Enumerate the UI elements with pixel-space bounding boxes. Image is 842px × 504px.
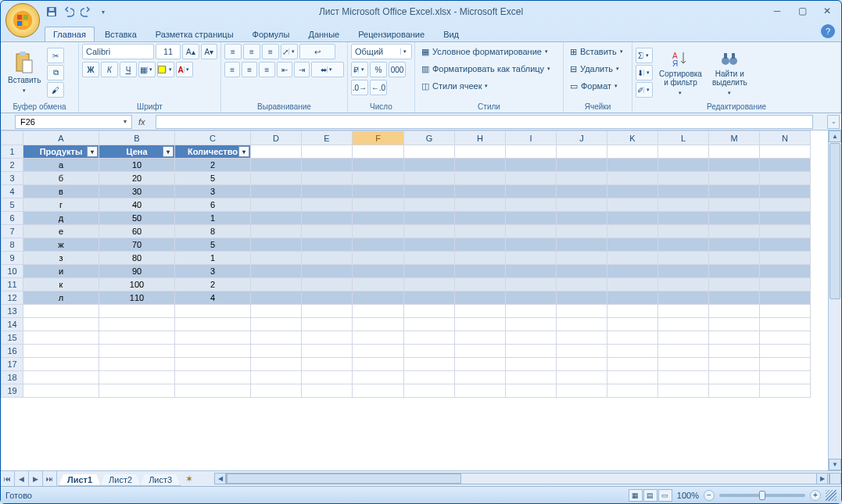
cell-B19[interactable] bbox=[99, 384, 175, 398]
fx-icon[interactable]: fx bbox=[138, 117, 152, 127]
cell-H7[interactable] bbox=[455, 225, 506, 238]
row-header-16[interactable]: 16 bbox=[2, 345, 23, 358]
row-header-14[interactable]: 14 bbox=[2, 318, 23, 331]
cell-C13[interactable] bbox=[175, 305, 251, 318]
col-header-J[interactable]: J bbox=[557, 131, 607, 145]
sort-filter-button[interactable]: АЯ Сортировка и фильтр▾ bbox=[655, 47, 706, 99]
cell-F3[interactable] bbox=[353, 172, 404, 185]
cell-F18[interactable] bbox=[353, 371, 404, 384]
cell-F13[interactable] bbox=[353, 305, 404, 318]
cell-I11[interactable] bbox=[506, 278, 557, 291]
col-header-E[interactable]: E bbox=[302, 131, 353, 145]
border-button[interactable]: ▦▾ bbox=[138, 62, 156, 77]
cell-F2[interactable] bbox=[353, 159, 404, 172]
cell-C5[interactable]: 6 bbox=[175, 198, 251, 212]
format-as-table-button[interactable]: ▥Форматировать как таблицу▾ bbox=[418, 61, 560, 77]
filter-dropdown-icon[interactable]: ▾ bbox=[163, 146, 174, 157]
cell-C19[interactable] bbox=[175, 384, 251, 398]
cell-N3[interactable] bbox=[760, 172, 811, 185]
cell-J10[interactable] bbox=[557, 265, 607, 278]
cell-K2[interactable] bbox=[607, 159, 658, 172]
cell-D16[interactable] bbox=[251, 345, 302, 358]
cell-A12[interactable]: л bbox=[23, 291, 99, 305]
select-all-corner[interactable] bbox=[2, 131, 23, 145]
cell-C12[interactable]: 4 bbox=[175, 291, 251, 305]
cell-A17[interactable] bbox=[23, 358, 99, 371]
cell-C3[interactable]: 5 bbox=[175, 172, 251, 185]
col-header-F[interactable]: F bbox=[353, 131, 404, 145]
cell-M3[interactable] bbox=[709, 172, 760, 185]
cell-H9[interactable] bbox=[455, 252, 506, 265]
cell-F6[interactable] bbox=[353, 212, 404, 225]
fill-color-button[interactable]: ▾ bbox=[157, 62, 174, 77]
autosum-button[interactable]: Σ▾ bbox=[636, 48, 653, 63]
col-header-C[interactable]: C bbox=[175, 131, 251, 145]
cell-A9[interactable]: з bbox=[23, 252, 99, 265]
paste-button[interactable]: Вставить ▾ bbox=[4, 48, 45, 97]
cell-N13[interactable] bbox=[760, 305, 811, 318]
align-left-button[interactable]: ≡ bbox=[224, 62, 240, 77]
hsplit-handle[interactable] bbox=[829, 473, 841, 484]
align-right-button[interactable]: ≡ bbox=[259, 62, 274, 77]
cell-M8[interactable] bbox=[709, 238, 760, 252]
office-button[interactable] bbox=[5, 3, 40, 38]
cell-N8[interactable] bbox=[760, 238, 811, 252]
cell-I6[interactable] bbox=[506, 212, 557, 225]
cell-E14[interactable] bbox=[302, 318, 353, 331]
cell-A19[interactable] bbox=[23, 384, 99, 398]
col-header-M[interactable]: M bbox=[709, 131, 760, 145]
cell-K7[interactable] bbox=[607, 225, 658, 238]
cell-I4[interactable] bbox=[506, 185, 557, 198]
resize-grip-icon[interactable] bbox=[826, 490, 837, 501]
cell-I5[interactable] bbox=[506, 198, 557, 212]
qat-customize-icon[interactable]: ▾ bbox=[96, 5, 110, 19]
scroll-thumb[interactable] bbox=[829, 143, 840, 299]
cell-D12[interactable] bbox=[251, 291, 302, 305]
find-select-button[interactable]: Найти и выделить▾ bbox=[708, 47, 751, 99]
cell-C14[interactable] bbox=[175, 318, 251, 331]
cell-M2[interactable] bbox=[709, 159, 760, 172]
col-header-K[interactable]: K bbox=[607, 131, 658, 145]
orientation-button[interactable]: ⤢▾ bbox=[281, 44, 298, 59]
row-header-15[interactable]: 15 bbox=[2, 331, 23, 345]
cell-J2[interactable] bbox=[557, 159, 607, 172]
cell-F11[interactable] bbox=[353, 278, 404, 291]
cell-A16[interactable] bbox=[23, 345, 99, 358]
cell-G13[interactable] bbox=[404, 305, 455, 318]
cell-G15[interactable] bbox=[404, 331, 455, 345]
cell-D6[interactable] bbox=[251, 212, 302, 225]
cell-B12[interactable]: 110 bbox=[99, 291, 175, 305]
cell-A2[interactable]: а bbox=[23, 159, 99, 172]
cell-G19[interactable] bbox=[404, 384, 455, 398]
cell-H11[interactable] bbox=[455, 278, 506, 291]
cell-N15[interactable] bbox=[760, 331, 811, 345]
zoom-in-button[interactable]: + bbox=[810, 490, 821, 501]
cell-J14[interactable] bbox=[557, 318, 607, 331]
cell-M12[interactable] bbox=[709, 291, 760, 305]
formula-expand-button[interactable]: ⌄ bbox=[827, 115, 840, 129]
cell-A10[interactable]: и bbox=[23, 265, 99, 278]
cell-I19[interactable] bbox=[506, 384, 557, 398]
cell-D5[interactable] bbox=[251, 198, 302, 212]
cell-I18[interactable] bbox=[506, 371, 557, 384]
cell-J13[interactable] bbox=[557, 305, 607, 318]
cell-M13[interactable] bbox=[709, 305, 760, 318]
row-header-5[interactable]: 5 bbox=[2, 198, 23, 212]
cell-N17[interactable] bbox=[760, 358, 811, 371]
cell-H8[interactable] bbox=[455, 238, 506, 252]
page-layout-button[interactable]: ▤ bbox=[643, 489, 657, 502]
save-icon[interactable] bbox=[45, 5, 59, 19]
zoom-slider[interactable] bbox=[719, 494, 805, 497]
cell-E7[interactable] bbox=[302, 225, 353, 238]
cell-L5[interactable] bbox=[658, 198, 709, 212]
insert-cells-button[interactable]: ⊞Вставить▾ bbox=[567, 44, 629, 59]
cell-M11[interactable] bbox=[709, 278, 760, 291]
cell-E6[interactable] bbox=[302, 212, 353, 225]
cell-L11[interactable] bbox=[658, 278, 709, 291]
cell-D2[interactable] bbox=[251, 159, 302, 172]
cell-C17[interactable] bbox=[175, 358, 251, 371]
cell-C16[interactable] bbox=[175, 345, 251, 358]
cell-G10[interactable] bbox=[404, 265, 455, 278]
ribbon-tab-2[interactable]: Разметка страницы bbox=[147, 27, 242, 41]
cell-N19[interactable] bbox=[760, 384, 811, 398]
